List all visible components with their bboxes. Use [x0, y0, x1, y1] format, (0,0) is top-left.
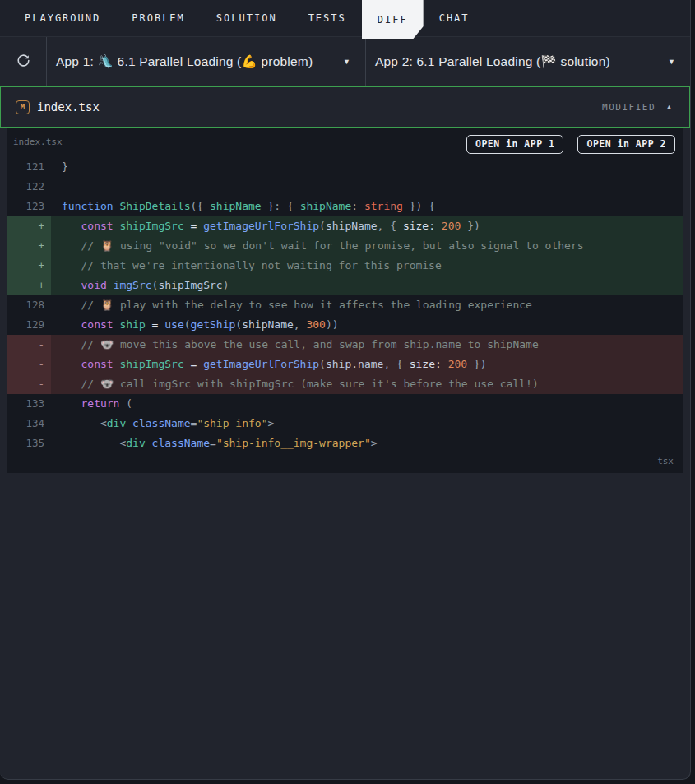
open-in-app1-button[interactable]: OPEN in APP 1 — [466, 135, 564, 154]
code-line: 129 const ship = use(getShip(shipName, 3… — [7, 315, 683, 335]
code-text: return ( — [51, 394, 683, 414]
code-text: const ship = use(getShip(shipName, 300)) — [51, 315, 683, 335]
code-text: // 🐨 move this above the use call, and s… — [51, 335, 683, 355]
line-number: 133 — [7, 394, 51, 414]
code-text: // 🦉 play with the delay to see how it a… — [51, 295, 683, 315]
code-line: + // that we're intentionally not waitin… — [7, 256, 683, 276]
line-number: 122 — [7, 177, 51, 197]
code-text: } — [51, 157, 683, 177]
diff-status-area: MODIFIED ▲ — [602, 102, 673, 113]
line-number: 121 — [7, 157, 51, 177]
line-number: 134 — [7, 414, 51, 434]
tab-solution[interactable]: SOLUTION — [201, 0, 293, 36]
code-line: 128 // 🦉 play with the delay to see how … — [7, 295, 683, 315]
line-number: 123 — [7, 197, 51, 216]
language-label: tsx — [7, 453, 683, 468]
code-meta-row: index.tsx OPEN in APP 1 OPEN in APP 2 — [7, 128, 683, 157]
chevron-down-icon: ▼ — [343, 58, 350, 66]
refresh-button[interactable] — [0, 37, 47, 86]
code-line: 123function ShipDetails({ shipName }: { … — [7, 197, 683, 216]
code-text: <div className="ship-info__img-wrapper"> — [51, 434, 683, 453]
chevron-down-icon: ▼ — [668, 58, 675, 66]
code-line: 133 return ( — [7, 394, 683, 414]
code-line: 122 — [7, 177, 683, 197]
code-text: const shipImgSrc = getImageUrlForShip(sh… — [51, 355, 683, 374]
app-toolbar: App 1: 🛝 6.1 Parallel Loading (💪 problem… — [0, 36, 690, 86]
code-line: 135 <div className="ship-info__img-wrapp… — [7, 434, 683, 453]
code-line: - // 🐨 move this above the use call, and… — [7, 335, 683, 355]
code-text: void imgSrc(shipImgSrc) — [51, 276, 683, 295]
app1-select-label: App 1: 🛝 6.1 Parallel Loading (💪 problem… — [56, 54, 313, 69]
code-text: <div className="ship-info"> — [51, 414, 683, 434]
app2-select-label: App 2: 6.1 Parallel Loading (🏁 solution) — [375, 54, 610, 69]
code-text: // that we're intentionally not waiting … — [51, 256, 683, 276]
code-text: // 🦉 using "void" so we don't wait for t… — [51, 236, 683, 256]
line-number: 128 — [7, 295, 51, 315]
diff-sign: + — [7, 216, 51, 236]
collapse-triangle-icon[interactable]: ▲ — [665, 103, 673, 111]
code-line: + const shipImgSrc = getImageUrlForShip(… — [7, 216, 683, 236]
open-in-app2-button[interactable]: OPEN in APP 2 — [577, 135, 675, 154]
code-line: 121} — [7, 157, 683, 177]
diff-code-block: index.tsx OPEN in APP 1 OPEN in APP 2 12… — [7, 128, 683, 473]
diff-section: M index.tsx MODIFIED ▲ index.tsx OPEN in… — [0, 86, 690, 473]
code-text — [51, 177, 683, 197]
code-line: + void imgSrc(shipImgSrc) — [7, 276, 683, 295]
diff-sign: + — [7, 276, 51, 295]
tab-bar: PLAYGROUND PROBLEM SOLUTION TESTS DIFF C… — [0, 0, 690, 36]
modified-badge-icon: M — [16, 100, 30, 114]
diff-file-info: M index.tsx — [16, 100, 100, 114]
code-text: const shipImgSrc = getImageUrlForShip(sh… — [51, 216, 683, 236]
code-text: function ShipDetails({ shipName }: { shi… — [51, 197, 683, 216]
code-line: + // 🦉 using "void" so we don't wait for… — [7, 236, 683, 256]
tab-playground[interactable]: PLAYGROUND — [9, 0, 116, 36]
refresh-icon — [16, 53, 31, 72]
diff-sign: - — [7, 355, 51, 374]
line-number: 135 — [7, 434, 51, 453]
code-filename-label: index.tsx — [13, 135, 63, 147]
tab-chat[interactable]: CHAT — [424, 0, 485, 36]
line-number: 129 — [7, 315, 51, 335]
code-rows: 121}122123function ShipDetails({ shipNam… — [7, 157, 683, 453]
tab-diff[interactable]: DIFF — [362, 0, 424, 39]
app1-select[interactable]: App 1: 🛝 6.1 Parallel Loading (💪 problem… — [47, 37, 366, 86]
diff-sign: + — [7, 236, 51, 256]
app-panel: PLAYGROUND PROBLEM SOLUTION TESTS DIFF C… — [0, 0, 691, 780]
diff-file-name: index.tsx — [37, 100, 100, 114]
diff-sign: - — [7, 335, 51, 355]
code-line: 134 <div className="ship-info"> — [7, 414, 683, 434]
tab-problem[interactable]: PROBLEM — [116, 0, 201, 36]
diff-sign: + — [7, 256, 51, 276]
code-line: - // 🐨 call imgSrc with shipImgSrc (make… — [7, 374, 683, 394]
code-line: - const shipImgSrc = getImageUrlForShip(… — [7, 355, 683, 374]
open-buttons: OPEN in APP 1 OPEN in APP 2 — [466, 135, 675, 154]
diff-sign: - — [7, 374, 51, 394]
code-text: // 🐨 call imgSrc with shipImgSrc (make s… — [51, 374, 683, 394]
diff-status-label: MODIFIED — [602, 102, 656, 113]
diff-file-header[interactable]: M index.tsx MODIFIED ▲ — [0, 86, 690, 128]
app2-select[interactable]: App 2: 6.1 Parallel Loading (🏁 solution)… — [366, 37, 690, 86]
tab-tests[interactable]: TESTS — [293, 0, 362, 36]
